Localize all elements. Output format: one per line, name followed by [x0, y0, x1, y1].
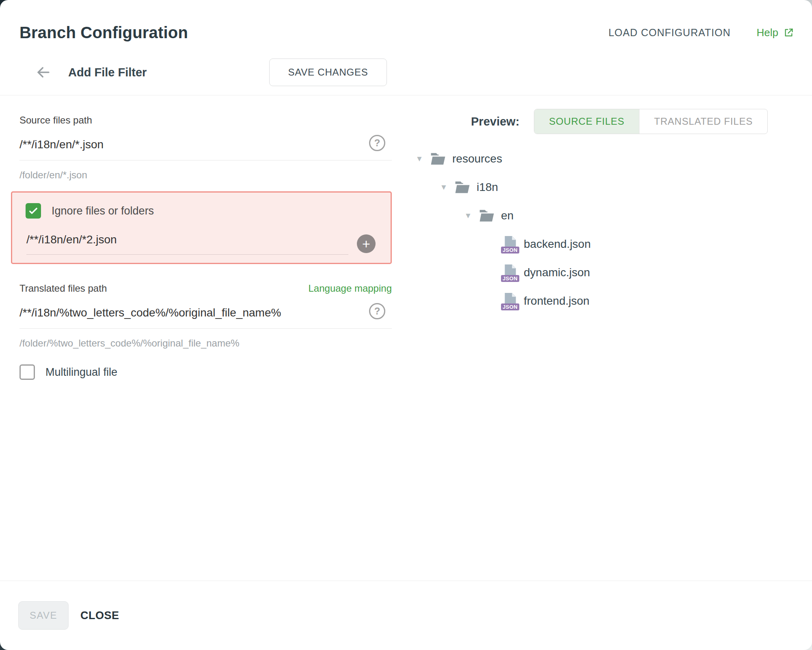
- json-badge: JSON: [501, 303, 519, 310]
- page-title: Branch Configuration: [19, 24, 188, 42]
- tree-row[interactable]: ▼ resources: [414, 145, 798, 173]
- add-ignore-pattern-button[interactable]: +: [357, 234, 376, 253]
- translated-files-path-field[interactable]: /**/i18n/%two_letters_code%/%original_fi…: [19, 306, 392, 329]
- json-file-icon: JSON: [503, 236, 517, 253]
- folder-icon: [455, 181, 470, 194]
- save-button[interactable]: SAVE: [18, 601, 69, 630]
- help-link-label: Help: [757, 26, 778, 39]
- tree-item-label: resources: [452, 152, 502, 165]
- subheader-title: Add File Filter: [68, 66, 147, 79]
- caret-down-icon[interactable]: ▼: [463, 211, 473, 220]
- language-mapping-link[interactable]: Language mapping: [308, 283, 392, 294]
- back-button[interactable]: [34, 63, 53, 82]
- tree-row[interactable]: ▼ JSON backend.json: [414, 230, 798, 258]
- translated-files-header: Translated files path Language mapping: [19, 283, 392, 294]
- tree-row[interactable]: ▼ JSON dynamic.json: [414, 258, 798, 287]
- tree-item-label: en: [501, 209, 514, 222]
- translated-files-path-label: Translated files path: [19, 283, 107, 294]
- tree-item-label: dynamic.json: [524, 266, 590, 279]
- translated-files-path-hint: /folder/%two_letters_code%/%original_fil…: [19, 338, 392, 349]
- ignore-files-label: Ignore files or folders: [52, 205, 154, 217]
- json-file-icon: JSON: [503, 292, 517, 310]
- source-files-path-input[interactable]: /**/i18n/en/*.json: [19, 138, 366, 151]
- subheader: Add File Filter: [34, 58, 147, 86]
- tree-row[interactable]: ▼ i18n: [414, 173, 798, 202]
- arrow-left-icon: [35, 63, 52, 81]
- ignore-pattern-field[interactable]: /**/i18n/en/*2.json: [26, 233, 348, 255]
- preview-header: Preview: SOURCE FILES TRANSLATED FILES: [414, 109, 798, 134]
- source-files-path-hint: /folder/en/*.json: [19, 169, 392, 181]
- tree-row[interactable]: ▼ JSON frontend.json: [414, 287, 798, 315]
- tab-source-files[interactable]: SOURCE FILES: [534, 109, 639, 134]
- header-actions: LOAD CONFIGURATION Help: [606, 26, 794, 39]
- help-circle-icon[interactable]: ?: [369, 135, 385, 151]
- footer-divider: [0, 581, 812, 581]
- preview-panel: Preview: SOURCE FILES TRANSLATED FILES ▼…: [414, 109, 798, 315]
- tree-row[interactable]: ▼ en: [414, 202, 798, 230]
- help-circle-icon[interactable]: ?: [369, 303, 385, 319]
- help-link[interactable]: Help: [757, 26, 794, 39]
- file-tree: ▼ resources ▼ i18n ▼ en: [414, 145, 798, 315]
- checkmark-icon: [28, 205, 39, 217]
- source-files-path-field[interactable]: /**/i18n/en/*.json ?: [19, 137, 392, 160]
- tab-translated-files[interactable]: TRANSLATED FILES: [639, 109, 767, 134]
- ignore-pattern-input[interactable]: /**/i18n/en/*2.json: [26, 233, 348, 246]
- external-link-icon: [783, 27, 794, 38]
- ignore-files-checkbox[interactable]: [26, 203, 41, 219]
- multilingual-checkbox[interactable]: [19, 364, 35, 380]
- load-configuration-button[interactable]: LOAD CONFIGURATION: [606, 26, 733, 39]
- ignore-files-row: Ignore files or folders: [26, 203, 391, 219]
- dialog-header: Branch Configuration LOAD CONFIGURATION …: [19, 20, 794, 46]
- header-divider: [0, 95, 812, 95]
- caret-down-icon[interactable]: ▼: [438, 183, 449, 192]
- tree-item-label: frontend.json: [524, 295, 590, 308]
- multilingual-row: Multilingual file: [19, 364, 392, 380]
- folder-icon: [430, 152, 446, 165]
- json-file-icon: JSON: [503, 264, 517, 281]
- ignore-files-error-box: Ignore files or folders /**/i18n/en/*2.j…: [11, 191, 392, 264]
- folder-icon: [479, 209, 495, 222]
- preview-toggle: SOURCE FILES TRANSLATED FILES: [534, 109, 768, 134]
- json-badge: JSON: [501, 247, 519, 254]
- branch-configuration-dialog: Branch Configuration LOAD CONFIGURATION …: [0, 0, 812, 650]
- close-button[interactable]: CLOSE: [72, 601, 127, 630]
- tree-item-label: backend.json: [524, 238, 591, 251]
- multilingual-label: Multilingual file: [45, 366, 117, 379]
- source-files-path-label: Source files path: [19, 115, 392, 126]
- save-changes-button[interactable]: SAVE CHANGES: [269, 58, 387, 86]
- json-badge: JSON: [501, 275, 519, 282]
- caret-down-icon[interactable]: ▼: [414, 154, 425, 163]
- translated-files-path-input[interactable]: /**/i18n/%two_letters_code%/%original_fi…: [19, 306, 366, 319]
- preview-label: Preview:: [471, 115, 519, 128]
- tree-item-label: i18n: [477, 181, 498, 194]
- file-filter-form: Source files path /**/i18n/en/*.json ? /…: [19, 115, 392, 380]
